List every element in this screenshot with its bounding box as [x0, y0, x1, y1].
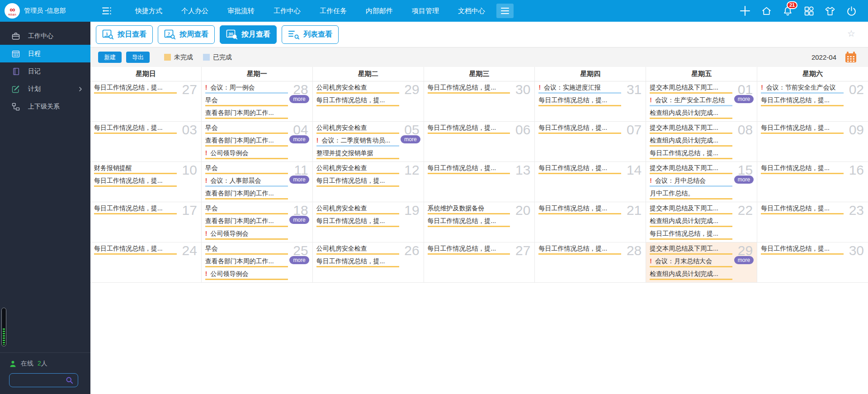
calendar-event[interactable]: 公司机房安全检查: [316, 164, 399, 174]
calendar-event[interactable]: 每日工作情况总结，提...: [428, 124, 510, 134]
calendar-event[interactable]: 每日工作情况总结，提...: [316, 177, 399, 187]
usage-gauge[interactable]: [1, 308, 6, 347]
day-cell-26[interactable]: 26 公司机房安全检查每日工作情况总结，提...: [313, 242, 424, 282]
calendar-event[interactable]: !会议：生产安全工作总结: [650, 96, 732, 106]
calendar-event[interactable]: !会议：节前安全生产会议: [761, 84, 844, 94]
calendar-event[interactable]: 每日工作情况总结，提...: [428, 164, 510, 174]
calendar-event[interactable]: !会议：月末总结大会: [650, 257, 732, 267]
day-cell-13[interactable]: 13 每日工作情况总结，提...: [424, 162, 535, 202]
day-cell-27[interactable]: 27 每日工作情况总结，提...: [424, 242, 535, 282]
day-cell-04[interactable]: 04 早会查看各部门本周的工作...!公司领导例会 more: [202, 122, 313, 161]
day-cell-11[interactable]: 11 早会!会议：人事部晨会查看各部门本周的工作... more: [202, 162, 313, 202]
calendar-event[interactable]: !会议：周一例会: [205, 84, 288, 94]
calendar-event[interactable]: !会议：二季度销售动员...: [316, 137, 399, 147]
more-button[interactable]: more: [289, 135, 309, 143]
day-cell-19[interactable]: 19 公司机房安全检查每日工作情况总结，提...: [313, 202, 424, 242]
calendar-event[interactable]: 检查组内成员计划完成...: [650, 109, 732, 119]
top-menu-item[interactable]: 文档中心: [448, 0, 495, 22]
calendar-event[interactable]: 提交本周总结及下周工...: [650, 84, 732, 94]
day-cell-30[interactable]: 30 每日工作情况总结，提...: [757, 242, 868, 282]
day-cell-03[interactable]: 03 每日工作情况总结，提...: [90, 122, 202, 161]
more-menu-button[interactable]: [496, 4, 514, 18]
calendar-event[interactable]: 检查组内成员计划完成...: [650, 270, 732, 280]
calendar-event[interactable]: 每日工作情况总结，提...: [316, 217, 399, 227]
calendar-event[interactable]: 每日工作情况总结，提...: [94, 245, 177, 255]
plus-icon[interactable]: [739, 5, 751, 17]
day-cell-20[interactable]: 20 系统维护及数据备份每日工作情况总结，提...: [424, 202, 535, 242]
more-button[interactable]: more: [401, 135, 420, 143]
calendar-event[interactable]: 早会: [205, 164, 288, 174]
calendar-event[interactable]: 每日工作情况总结，提...: [428, 217, 510, 227]
more-button[interactable]: more: [734, 256, 754, 264]
calendar-event[interactable]: 早会: [205, 245, 288, 255]
power-icon[interactable]: [845, 5, 857, 17]
calendar-event[interactable]: !会议：人事部晨会: [205, 177, 288, 187]
day-cell-22[interactable]: 22 提交本周总结及下周工...检查组内成员计划完成...每日工作情况总结，提.…: [646, 202, 757, 242]
collapse-menu-icon[interactable]: [101, 5, 112, 16]
day-cell-05[interactable]: 05 公司机房安全检查!会议：二季度销售动员...整理并提交报销单据 more: [313, 122, 424, 161]
calendar-event[interactable]: 公司机房安全检查: [316, 204, 399, 214]
calendar-event[interactable]: 财务报销提醒: [94, 164, 177, 174]
day-cell-06[interactable]: 06 每日工作情况总结，提...: [424, 122, 535, 161]
day-cell-29[interactable]: 29 公司机房安全检查每日工作情况总结，提...: [313, 81, 424, 121]
sidebar-item-工作中心[interactable]: 工作中心: [0, 27, 90, 45]
home-icon[interactable]: [760, 5, 772, 17]
bell-icon[interactable]: 21: [782, 5, 793, 17]
view-button-按月查看[interactable]: 30 按月查看: [220, 25, 277, 44]
calendar-event[interactable]: 公司机房安全检查: [316, 245, 399, 255]
calendar-event[interactable]: 每日工作情况总结，提...: [94, 124, 177, 134]
calendar-event[interactable]: 整理并提交报销单据: [316, 149, 399, 159]
day-cell-29[interactable]: 29 提交本周总结及下周工...!会议：月末总结大会检查组内成员计划完成... …: [646, 242, 757, 282]
day-cell-08[interactable]: 08 提交本周总结及下周工...检查组内成员计划完成...每日工作情况总结，提.…: [646, 122, 757, 161]
calendar-event[interactable]: 提交本周总结及下周工...: [650, 245, 732, 255]
calendar-event[interactable]: 查看各部门本周的工作...: [205, 217, 288, 227]
calendar-event[interactable]: 提交本周总结及下周工...: [650, 124, 732, 134]
calendar-event[interactable]: 每日工作情况总结，提...: [428, 245, 510, 255]
more-button[interactable]: more: [289, 216, 309, 224]
calendar-event[interactable]: 系统维护及数据备份: [428, 204, 510, 214]
top-menu-item[interactable]: 审批流转: [218, 0, 264, 22]
day-cell-18[interactable]: 18 早会查看各部门本周的工作...!公司领导例会 more: [202, 202, 313, 242]
search-input[interactable]: [14, 376, 65, 384]
calendar-event[interactable]: 每日工作情况总结，提...: [761, 96, 844, 106]
more-button[interactable]: more: [289, 95, 309, 103]
calendar-event[interactable]: 每日工作情况总结，提...: [761, 164, 844, 174]
calendar-event[interactable]: !公司领导例会: [205, 270, 288, 280]
calendar-event[interactable]: !会议：月中总结会: [650, 177, 732, 187]
calendar-event[interactable]: 早会: [205, 204, 288, 214]
calendar-event[interactable]: 查看各部门本周的工作...: [205, 257, 288, 267]
calendar-event[interactable]: 每日工作情况总结，提...: [650, 149, 732, 159]
day-cell-02[interactable]: 02 !会议：节前安全生产会议每日工作情况总结，提...: [757, 81, 868, 121]
day-cell-28[interactable]: 28 !会议：周一例会早会查看各部门本周的工作... more: [202, 81, 313, 121]
star-icon[interactable]: ☆: [847, 29, 855, 38]
more-button[interactable]: more: [734, 95, 754, 103]
day-cell-23[interactable]: 23 每日工作情况总结，提...: [757, 202, 868, 242]
top-menu-item[interactable]: 内部邮件: [356, 0, 402, 22]
day-cell-16[interactable]: 16 每日工作情况总结，提...: [757, 162, 868, 202]
day-cell-30[interactable]: 30 每日工作情况总结，提...: [424, 81, 535, 121]
day-cell-15[interactable]: 15 提交本周总结及下周工...!会议：月中总结会月中工作总结。 more: [646, 162, 757, 202]
calendar-event[interactable]: !公司领导例会: [205, 149, 288, 159]
calendar-event[interactable]: 查看各部门本周的工作...: [205, 109, 288, 119]
view-button-列表查看[interactable]: 列表查看: [282, 25, 339, 44]
day-cell-01[interactable]: 01 提交本周总结及下周工...!会议：生产安全工作总结检查组内成员计划完成..…: [646, 81, 757, 121]
top-menu-item[interactable]: 工作任务: [310, 0, 356, 22]
calendar-event[interactable]: 每日工作情况总结，提...: [94, 204, 177, 214]
calendar-event[interactable]: 公司机房安全检查: [316, 124, 399, 134]
apps-icon[interactable]: [803, 5, 815, 17]
calendar-event[interactable]: !公司领导例会: [205, 230, 288, 240]
day-cell-17[interactable]: 17 每日工作情况总结，提...: [90, 202, 202, 242]
day-cell-24[interactable]: 24 每日工作情况总结，提...: [90, 242, 202, 282]
calendar-event[interactable]: 提交本周总结及下周工...: [650, 204, 732, 214]
export-button[interactable]: 导出: [126, 52, 150, 63]
calendar-event[interactable]: 月中工作总结。: [650, 190, 732, 199]
calendar-event[interactable]: 每日工作情况总结，提...: [761, 124, 844, 134]
day-cell-21[interactable]: 21 每日工作情况总结，提...: [535, 202, 646, 242]
calendar-event[interactable]: 每日工作情况总结，提...: [316, 257, 399, 267]
sidebar-item-日记[interactable]: 日记: [0, 62, 90, 80]
sidebar-item-日程[interactable]: 日程: [0, 45, 90, 62]
more-button[interactable]: more: [734, 176, 754, 184]
search-icon[interactable]: [65, 376, 74, 385]
calendar-event[interactable]: !会议：实施进度汇报: [538, 84, 621, 94]
calendar-event[interactable]: 早会: [205, 96, 288, 106]
